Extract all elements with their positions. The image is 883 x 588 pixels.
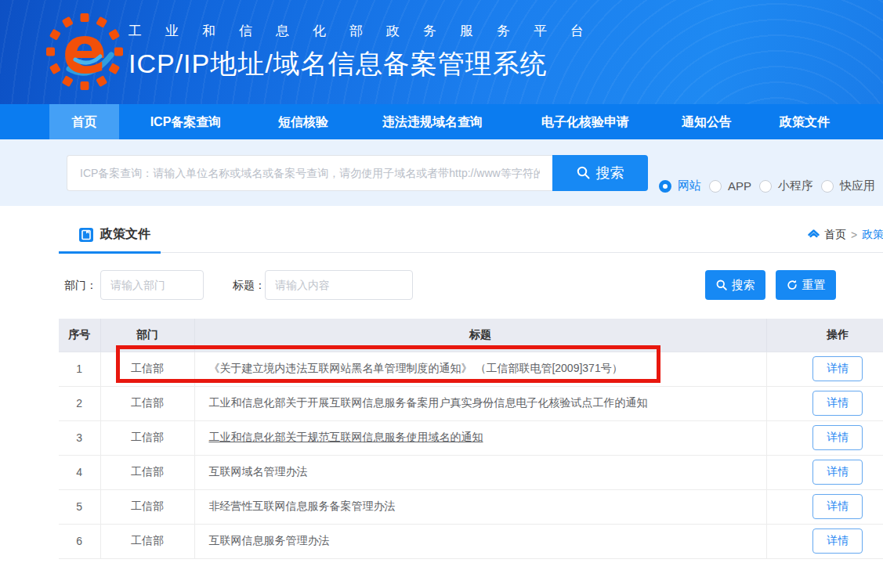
search-icon [577, 166, 590, 179]
cell-no: 3 [59, 420, 100, 455]
detail-button[interactable]: 详情 [812, 494, 863, 519]
cell-dept: 工信部 [100, 352, 194, 386]
site-header: e 工业和信息化部政务服务平台 ICP/IP地址/域名信息备案管理系统 [0, 0, 883, 104]
breadcrumb: 首页 > 政策文件 [808, 228, 883, 242]
cell-no: 6 [59, 524, 100, 558]
detail-button[interactable]: 详情 [812, 391, 863, 416]
nav-item-policy-files[interactable]: 政策文件 [754, 104, 856, 139]
nav-item-notices[interactable]: 通知公告 [660, 104, 754, 139]
policy-title-link[interactable]: 工业和信息化部关于规范互联网信息服务使用域名的通知 [209, 431, 483, 443]
main-nav: 首页 ICP备案查询 短信核验 违法违规域名查询 电子化核验申请 通知公告 政策… [0, 104, 883, 139]
radio-icon [821, 180, 834, 193]
cell-no: 2 [59, 386, 100, 420]
nav-item-home[interactable]: 首页 [49, 104, 119, 139]
icp-search-button[interactable]: 搜索 [552, 155, 648, 191]
policy-title-link[interactable]: 互联网信息服务管理办法 [209, 534, 330, 547]
filter-search-button[interactable]: 搜索 [705, 270, 765, 300]
table-row: 4 工信部 互联网域名管理办法 详情 [59, 455, 883, 489]
policy-title-link[interactable]: 工业和信息化部关于开展互联网信息服务备案用户真实身份信息电子化核验试点工作的通知 [209, 396, 648, 409]
query-type-miniprogram[interactable]: 小程序 [759, 179, 813, 193]
table-row: 1 工信部 《关于建立境内违法互联网站黑名单管理制度的通知》 （工信部联电管[2… [59, 352, 883, 386]
nav-item-e-verify-apply[interactable]: 电子化核验申请 [511, 104, 660, 139]
breadcrumb-home[interactable]: 首页 [824, 228, 846, 242]
filter-row: 部门： 标题： 搜索 重置 [0, 269, 883, 301]
policy-table: 序号 部门 标题 操作 1 工信部 《关于建立境内违法互联网站黑名单管理制度的通… [59, 319, 883, 559]
icp-search-input[interactable] [67, 155, 552, 191]
query-type-website[interactable]: 网站 [659, 179, 701, 193]
cell-dept: 工信部 [100, 489, 194, 524]
detail-button[interactable]: 详情 [812, 356, 863, 381]
nav-item-icp-query[interactable]: ICP备案查询 [119, 104, 252, 139]
dept-filter-input[interactable] [100, 270, 204, 300]
table-header-row: 序号 部门 标题 操作 [59, 319, 883, 352]
platform-title: 工业和信息化部政务服务平台 [128, 22, 607, 40]
policy-title-link[interactable]: 互联网域名管理办法 [209, 465, 308, 478]
nav-item-illegal-domain-query[interactable]: 违法违规域名查询 [354, 104, 511, 139]
detail-button[interactable]: 详情 [812, 460, 863, 485]
miit-gear-e-logo-icon: e [45, 13, 124, 91]
icp-search-strip: 搜索 网站 APP 小程序 快应用 [0, 139, 883, 206]
detail-button[interactable]: 详情 [812, 528, 863, 554]
home-icon [808, 229, 820, 240]
cell-no: 1 [59, 352, 100, 386]
dept-filter-label: 部门： [64, 269, 97, 301]
radio-icon [709, 180, 722, 193]
book-icon [78, 227, 94, 243]
search-icon [716, 280, 727, 290]
tab-policy-files[interactable]: 政策文件 [59, 226, 161, 254]
system-title: ICP/IP地址/域名信息备案管理系统 [128, 46, 607, 82]
table-row: 5 工信部 非经营性互联网信息服务备案管理办法 详情 [59, 489, 883, 524]
col-header-action: 操作 [766, 319, 883, 352]
filter-reset-button[interactable]: 重置 [776, 270, 836, 300]
col-header-dept: 部门 [100, 319, 194, 352]
query-type-quickapp[interactable]: 快应用 [821, 179, 875, 193]
col-header-no: 序号 [59, 319, 100, 352]
query-type-group: 网站 APP 小程序 快应用 [659, 179, 883, 193]
refresh-icon [787, 280, 798, 290]
cell-dept: 工信部 [100, 420, 194, 455]
breadcrumb-separator: > [851, 229, 857, 241]
section-tab-row: 政策文件 [59, 206, 883, 253]
table-row: 6 工信部 互联网信息服务管理办法 详情 [59, 524, 883, 558]
policy-title-link[interactable]: 非经营性互联网信息服务备案管理办法 [209, 500, 396, 512]
cell-dept: 工信部 [100, 524, 194, 558]
cell-dept: 工信部 [100, 386, 194, 420]
nav-item-sms-verify[interactable]: 短信核验 [252, 104, 354, 139]
cell-no: 5 [59, 489, 100, 524]
radio-icon [759, 180, 772, 193]
col-header-title: 标题 [194, 319, 766, 352]
table-row: 2 工信部 工业和信息化部关于开展互联网信息服务备案用户真实身份信息电子化核验试… [59, 386, 883, 420]
breadcrumb-current[interactable]: 政策文件 [862, 228, 883, 242]
title-filter-label: 标题： [233, 269, 266, 301]
table-row: 3 工信部 工业和信息化部关于规范互联网信息服务使用域名的通知 详情 [59, 420, 883, 455]
cell-dept: 工信部 [100, 455, 194, 489]
policy-title-link[interactable]: 《关于建立境内违法互联网站黑名单管理制度的通知》 （工信部联电管[2009]37… [209, 362, 623, 374]
cell-no: 4 [59, 455, 100, 489]
detail-button[interactable]: 详情 [812, 425, 863, 450]
svg-text:e: e [63, 13, 107, 88]
radio-selected-icon [659, 180, 671, 193]
query-type-app[interactable]: APP [709, 179, 751, 193]
title-filter-input[interactable] [265, 270, 413, 300]
